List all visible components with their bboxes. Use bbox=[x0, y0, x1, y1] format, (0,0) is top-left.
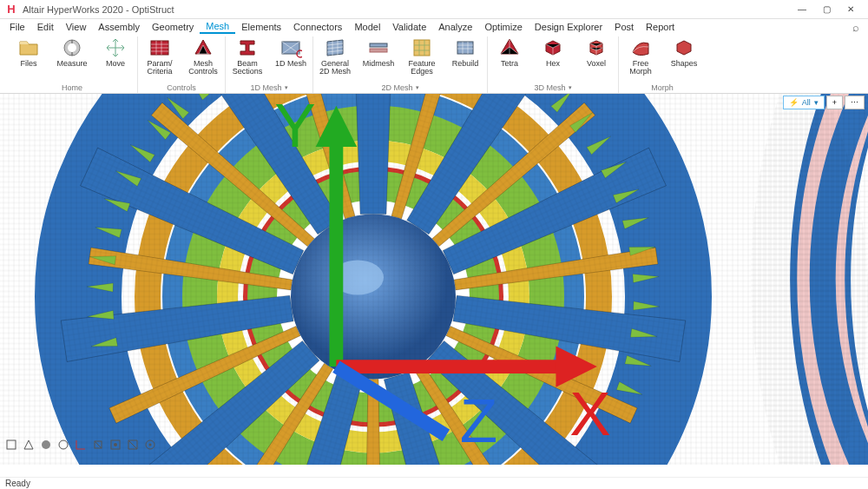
axis-y-label: Y bbox=[274, 94, 315, 160]
mesh-controls-button[interactable]: Mesh Controls bbox=[185, 36, 221, 76]
menu-geometry[interactable]: Geometry bbox=[146, 21, 200, 33]
ribbon-group-controls: Param/ Criteria Mesh Controls Controls bbox=[138, 36, 226, 93]
shapes-icon bbox=[673, 36, 695, 59]
svg-point-30 bbox=[114, 443, 117, 446]
svg-point-27 bbox=[59, 440, 68, 449]
view-shade-icon[interactable] bbox=[40, 439, 52, 451]
menu-validate[interactable]: Validate bbox=[386, 21, 432, 33]
svg-marker-21 bbox=[316, 106, 357, 147]
title-bar: H Altair HyperWorks 2020 - OptiStruct — … bbox=[0, 0, 868, 19]
hex-icon bbox=[542, 36, 564, 59]
axis-triad[interactable]: Y X Z bbox=[5, 94, 868, 449]
menu-analyze[interactable]: Analyze bbox=[432, 21, 478, 33]
voxel-button[interactable]: Voxel bbox=[578, 36, 615, 68]
svg-rect-8 bbox=[457, 42, 473, 54]
close-button[interactable]: ✕ bbox=[838, 1, 863, 18]
tetra-button[interactable]: Tetra bbox=[491, 36, 528, 68]
view-axis-icon[interactable] bbox=[75, 439, 87, 451]
ribbon: Files Measure Move Home Param/ Criteria … bbox=[0, 35, 868, 94]
svg-point-26 bbox=[42, 440, 50, 449]
window-title: Altair HyperWorks 2020 - OptiStruct bbox=[23, 4, 174, 15]
move-icon bbox=[104, 36, 127, 59]
menu-view[interactable]: View bbox=[60, 21, 93, 33]
hex-button[interactable]: Hex bbox=[535, 36, 571, 68]
beam-sections-button[interactable]: Beam Sections bbox=[229, 36, 266, 76]
minimize-button[interactable]: — bbox=[790, 1, 814, 18]
svg-point-1 bbox=[68, 43, 76, 52]
group-label-controls: Controls bbox=[167, 83, 196, 93]
menu-design-explorer[interactable]: Design Explorer bbox=[529, 21, 608, 33]
measure-button[interactable]: Measure bbox=[54, 36, 90, 68]
g2d-icon bbox=[324, 36, 346, 59]
meshctrl-icon bbox=[192, 36, 214, 59]
measure-icon bbox=[61, 36, 83, 59]
svg-rect-5 bbox=[370, 43, 387, 47]
ribbon-group-morph: Free Morph Shapes Morph bbox=[619, 36, 706, 93]
feature-edges-button[interactable]: Feature Edges bbox=[404, 36, 440, 76]
view-fit-icon[interactable] bbox=[109, 439, 122, 451]
svg-point-32 bbox=[149, 444, 152, 446]
svg-line-24 bbox=[336, 367, 446, 435]
menu-mesh[interactable]: Mesh bbox=[200, 20, 235, 34]
param-icon bbox=[148, 36, 171, 59]
group-label-home: Home bbox=[62, 83, 82, 93]
files-button[interactable]: Files bbox=[10, 36, 47, 68]
rebuild-icon bbox=[454, 36, 477, 59]
app-logo-icon: H bbox=[5, 3, 17, 16]
group-label-morph: Morph bbox=[651, 83, 674, 93]
menu-file[interactable]: File bbox=[3, 21, 31, 33]
status-bar: Ready bbox=[0, 477, 868, 489]
menu-optimize[interactable]: Optimize bbox=[478, 21, 528, 33]
menu-bar: FileEditViewAssemblyGeometryMeshElements… bbox=[0, 19, 868, 35]
rebuild-button[interactable]: Rebuild bbox=[447, 36, 483, 76]
voxel-icon bbox=[585, 36, 608, 59]
maximize-button[interactable]: ▢ bbox=[814, 1, 838, 18]
view-section-icon[interactable] bbox=[127, 439, 139, 451]
param-criteria-button[interactable]: Param/ Criteria bbox=[141, 36, 178, 76]
view-ortho-icon[interactable] bbox=[92, 439, 104, 451]
midmesh-button[interactable]: Midmesh bbox=[360, 36, 397, 76]
view-iso-icon[interactable] bbox=[5, 439, 17, 451]
group-label-2d: 2D Mesh▾ bbox=[381, 83, 418, 93]
tetra-icon bbox=[498, 36, 521, 59]
group-label-1d: 1D Mesh▾ bbox=[250, 83, 287, 93]
view-wire-icon[interactable] bbox=[57, 439, 69, 451]
menu-elements[interactable]: Elements bbox=[235, 21, 287, 33]
files-icon bbox=[17, 36, 40, 59]
freemorph-icon bbox=[629, 36, 652, 59]
search-icon[interactable]: ⌕ bbox=[852, 21, 865, 34]
menu-model[interactable]: Model bbox=[348, 21, 386, 33]
view-snap-icon[interactable] bbox=[144, 439, 156, 451]
axis-z-label: Z bbox=[460, 387, 497, 449]
shapes-button[interactable]: Shapes bbox=[666, 36, 702, 76]
status-text: Ready bbox=[5, 479, 30, 488]
viewport-3d[interactable]: ⚡ All ▾ + ⋯ Y X Z bbox=[0, 94, 868, 465]
view-toolbar bbox=[0, 439, 156, 453]
menu-edit[interactable]: Edit bbox=[31, 21, 60, 33]
svg-rect-7 bbox=[414, 40, 430, 56]
ribbon-group-2d: General 2D Mesh Midmesh Feature Edges Re… bbox=[313, 36, 488, 93]
ribbon-group-3d: Tetra Hex Voxel 3D Mesh▾ bbox=[488, 36, 619, 93]
axis-x-label: X bbox=[569, 380, 610, 448]
menu-post[interactable]: Post bbox=[608, 21, 640, 33]
group-label-3d: 3D Mesh▾ bbox=[534, 83, 571, 93]
1dmesh-icon bbox=[279, 36, 302, 59]
ribbon-group-1d: Beam Sections 1D Mesh 1D Mesh▾ bbox=[226, 36, 313, 93]
menu-connectors[interactable]: Connectors bbox=[287, 21, 348, 33]
ribbon-group-home: Files Measure Move Home bbox=[7, 36, 138, 93]
menu-assembly[interactable]: Assembly bbox=[92, 21, 146, 33]
svg-rect-25 bbox=[7, 440, 16, 449]
beam-icon bbox=[236, 36, 259, 59]
midmesh-icon bbox=[367, 36, 390, 59]
move-button[interactable]: Move bbox=[97, 36, 134, 68]
free-morph-button[interactable]: Free Morph bbox=[622, 36, 659, 76]
svg-rect-6 bbox=[370, 49, 387, 52]
view-persp-icon[interactable] bbox=[23, 439, 35, 451]
menu-report[interactable]: Report bbox=[640, 21, 681, 33]
1d-mesh-button[interactable]: 1D Mesh bbox=[273, 36, 309, 76]
feature-icon bbox=[411, 36, 433, 59]
general-2d-mesh-button[interactable]: General 2D Mesh bbox=[317, 36, 353, 76]
